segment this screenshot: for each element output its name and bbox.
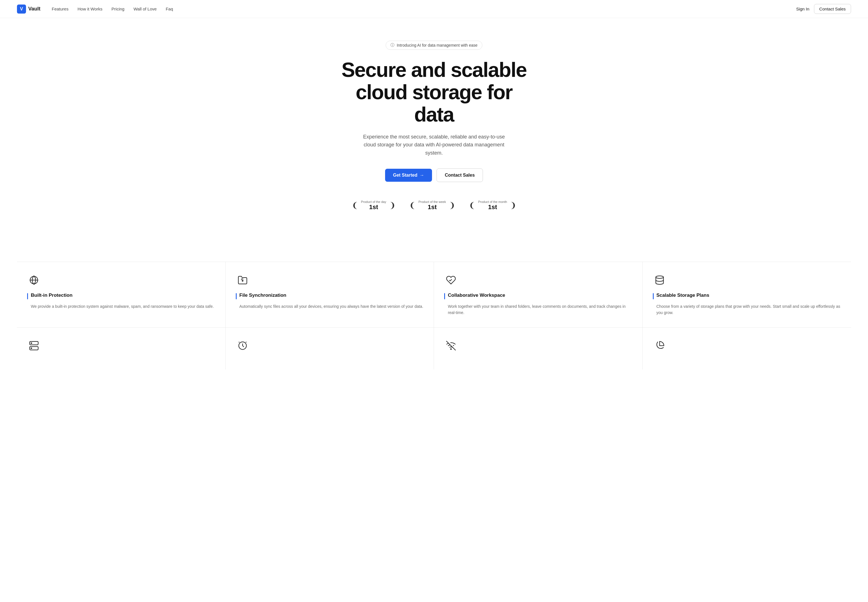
accent-bar [444,293,445,299]
features-icons-row2 [17,327,851,369]
accent-bar [653,293,654,299]
award-day-rank: 1st [369,203,378,210]
feature-card-row2-servers [17,327,226,369]
laurel-right-icon: ❩ [389,201,396,209]
globe-shield-icon [27,273,41,287]
feature-title-storage: Scalable Storage Plans [656,293,710,298]
feature-desc-collab: Work together with your team in shared f… [444,303,632,316]
nav-link-features[interactable]: Features [52,6,68,11]
feature-title-protection: Built-in Protection [31,293,72,298]
award-week: ❨ Product of the week 1st ❩ [409,200,455,211]
svg-point-5 [31,348,32,349]
database-icon [653,273,667,287]
feature-desc-sync: Automatically sync files across all your… [236,303,424,309]
hero-buttons: Get Started → Contact Sales [385,169,483,182]
get-started-button[interactable]: Get Started → [385,169,432,182]
brand-logo: V [17,5,26,14]
award-month: ❨ Product of the month 1st ❩ [469,200,516,211]
feature-card-row2-history [226,327,434,369]
svg-point-7 [451,349,452,349]
pie-chart-icon [653,339,667,352]
awards-section: ❨ Product of the day 1st ❩ ❨ Product of … [352,200,516,211]
hero-subtitle: Experience the most secure, scalable, re… [361,133,507,157]
hero-title: Secure and scalable cloud storage for da… [335,59,533,126]
hero-badge: ⓘ Introducing AI for data management wit… [386,41,482,50]
history-icon [236,339,249,352]
feature-card-sync: File Synchronization Automatically sync … [226,262,434,327]
nav-links: Features How it Works Pricing Wall of Lo… [52,6,796,11]
handshake-icon [444,273,458,287]
feature-card-row2-nowifi [434,327,643,369]
award-day: ❨ Product of the day 1st ❩ [352,200,396,211]
brand-name: Vault [28,6,40,12]
features-grid: Built-in Protection We provide a built-i… [17,262,851,327]
hero-badge-text: Introducing AI for data management with … [397,43,478,48]
laurel-left-icon: ❨ [409,201,416,209]
feature-desc-storage: Choose from a variety of storage plans t… [653,303,841,316]
hero-section: ⓘ Introducing AI for data management wit… [0,18,868,250]
feature-title-collab: Collaborative Workspace [448,293,505,298]
award-week-label: Product of the week [418,200,446,203]
brand-logo-link[interactable]: V Vault [17,5,40,14]
navbar: V Vault Features How it Works Pricing Wa… [0,0,868,18]
nav-link-faq[interactable]: Faq [166,6,173,11]
feature-card-collab: Collaborative Workspace Work together wi… [434,262,643,327]
nav-actions: Sign In Contact Sales [796,4,851,14]
award-day-label: Product of the day [361,200,386,203]
feature-desc-protection: We provide a built-in protection system … [27,303,215,309]
feature-card-protection: Built-in Protection We provide a built-i… [17,262,226,327]
feature-card-storage: Scalable Storage Plans Choose from a var… [643,262,851,327]
laurel-right-icon: ❩ [449,201,455,209]
laurel-left-icon: ❨ [469,201,475,209]
signin-button[interactable]: Sign In [796,6,810,11]
servers-icon [27,339,41,352]
hero-contact-sales-button[interactable]: Contact Sales [436,169,483,182]
svg-point-4 [31,342,32,343]
award-month-label: Product of the month [478,200,507,203]
award-month-rank: 1st [488,203,497,210]
laurel-right-icon: ❩ [510,201,516,209]
nav-link-wall-of-love[interactable]: Wall of Love [134,6,157,11]
feature-card-row2-piechart [643,327,851,369]
nav-link-pricing[interactable]: Pricing [111,6,124,11]
svg-point-1 [656,276,663,278]
award-week-rank: 1st [428,203,437,210]
features-section: Built-in Protection We provide a built-i… [0,250,868,381]
accent-bar [27,293,28,299]
nav-link-how-it-works[interactable]: How it Works [77,6,102,11]
nav-contact-sales-button[interactable]: Contact Sales [814,4,851,14]
laurel-left-icon: ❨ [352,201,358,209]
no-wifi-icon [444,339,458,352]
badge-info-icon: ⓘ [390,43,395,48]
accent-bar [236,293,237,299]
folder-sync-icon [236,273,249,287]
feature-title-sync: File Synchronization [240,293,286,298]
